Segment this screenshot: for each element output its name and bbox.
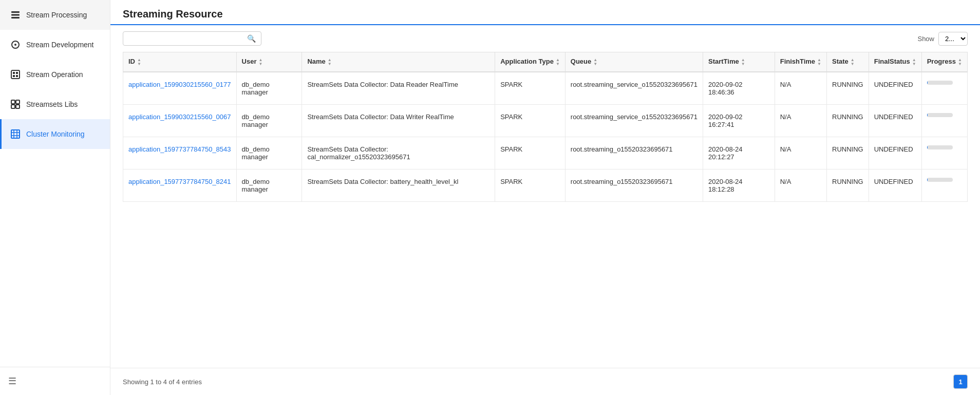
table-row: application_1599030215560_0177db_demo ma… <box>123 72 968 105</box>
cell-id[interactable]: application_1597737784750_8241 <box>123 169 237 201</box>
sort-user[interactable]: ▲▼ <box>258 58 262 66</box>
svg-rect-9 <box>16 75 18 77</box>
progress-bar <box>927 81 953 85</box>
app-id-link[interactable]: application_1599030215560_0177 <box>128 81 231 88</box>
cell-start_time: 2020-09-02 16:27:41 <box>703 104 775 137</box>
col-header-user[interactable]: User▲▼ <box>236 52 302 72</box>
cell-final_status: UNDEFINED <box>869 137 921 169</box>
svg-rect-7 <box>16 72 18 74</box>
table-row: application_1599030215560_0067db_demo ma… <box>123 104 968 137</box>
cell-finish_time: N/A <box>775 169 826 201</box>
col-header-final_status[interactable]: FinalStatus▲▼ <box>869 52 921 72</box>
svg-rect-8 <box>13 75 15 77</box>
cell-finish_time: N/A <box>775 72 826 105</box>
progress-bar <box>927 113 953 117</box>
cell-id[interactable]: application_1599030215560_0067 <box>123 104 237 137</box>
cell-name: StreamSets Data Collector: battery_healt… <box>302 169 495 201</box>
show-label: Show <box>917 35 934 43</box>
col-header-app_type[interactable]: Application Type▲▼ <box>495 52 566 72</box>
sort-name[interactable]: ▲▼ <box>328 58 332 66</box>
col-header-id[interactable]: ID▲▼ <box>123 52 237 72</box>
cell-name: StreamSets Data Collector: cal_normalize… <box>302 137 495 169</box>
cell-finish_time: N/A <box>775 137 826 169</box>
sort-app_type[interactable]: ▲▼ <box>556 58 560 66</box>
sort-state[interactable]: ▲▼ <box>851 58 855 66</box>
sort-finish_time[interactable]: ▲▼ <box>817 58 821 66</box>
cell-id[interactable]: application_1597737784750_8543 <box>123 137 237 169</box>
toolbar: 🔍 Show 2... 10 25 50 <box>110 25 980 52</box>
sidebar-item-cluster-monitoring[interactable]: Cluster Monitoring <box>0 119 110 149</box>
show-control: Show 2... 10 25 50 <box>917 32 968 46</box>
progress-bar-cell <box>927 145 962 149</box>
cell-user: db_demo manager <box>236 137 302 169</box>
cell-queue: root.streaming_service_o15520323695671 <box>565 104 703 137</box>
cell-start_time: 2020-08-24 18:12:28 <box>703 169 775 201</box>
cell-user: db_demo manager <box>236 72 302 105</box>
stream-operation-icon <box>10 69 21 80</box>
app-id-link[interactable]: application_1597737784750_8241 <box>128 178 231 185</box>
menu-icon[interactable]: ☰ <box>8 376 16 386</box>
cell-id[interactable]: application_1599030215560_0177 <box>123 72 237 105</box>
sort-queue[interactable]: ▲▼ <box>593 58 597 66</box>
table-container: ID▲▼User▲▼Name▲▼Application Type▲▼Queue▲… <box>110 52 980 368</box>
cell-app_type: SPARK <box>495 104 566 137</box>
cell-state: RUNNING <box>827 169 869 201</box>
sidebar: Stream Processing Stream Development Str… <box>0 0 110 395</box>
progress-bar-cell <box>927 178 962 182</box>
svg-rect-12 <box>11 105 15 108</box>
sidebar-item-stream-operation[interactable]: Stream Operation <box>0 60 110 89</box>
search-input[interactable] <box>128 35 247 43</box>
progress-fill <box>927 81 928 85</box>
svg-rect-1 <box>11 14 20 16</box>
cell-progress <box>921 137 967 169</box>
search-icon: 🔍 <box>247 34 256 43</box>
table-row: application_1597737784750_8241db_demo ma… <box>123 169 968 201</box>
sort-final_status[interactable]: ▲▼ <box>912 58 916 66</box>
cell-queue: root.streaming_service_o15520323695671 <box>565 72 703 105</box>
svg-rect-14 <box>11 130 20 138</box>
cell-state: RUNNING <box>827 104 869 137</box>
col-header-finish_time[interactable]: FinishTime▲▼ <box>775 52 826 72</box>
sort-start_time[interactable]: ▲▼ <box>741 58 745 66</box>
stream-development-icon <box>10 39 21 50</box>
sidebar-item-stream-processing[interactable]: Stream Processing <box>0 0 110 30</box>
show-select[interactable]: 2... 10 25 50 <box>938 32 968 46</box>
progress-bar <box>927 145 953 149</box>
cell-final_status: UNDEFINED <box>869 169 921 201</box>
page-title: Streaming Resource <box>123 8 968 20</box>
cell-user: db_demo manager <box>236 104 302 137</box>
cell-final_status: UNDEFINED <box>869 72 921 105</box>
sidebar-item-stream-development[interactable]: Stream Development <box>0 30 110 60</box>
sidebar-label: Stream Processing <box>26 11 87 19</box>
cell-progress <box>921 169 967 201</box>
progress-fill <box>927 178 928 182</box>
col-header-state[interactable]: State▲▼ <box>827 52 869 72</box>
cell-finish_time: N/A <box>775 104 826 137</box>
cluster-monitoring-icon <box>10 128 21 140</box>
col-header-start_time[interactable]: StartTime▲▼ <box>703 52 775 72</box>
app-id-link[interactable]: application_1599030215560_0067 <box>128 113 231 121</box>
progress-fill <box>927 145 928 149</box>
page-1-button[interactable]: 1 <box>953 374 968 389</box>
progress-bar-cell <box>927 113 962 117</box>
sort-id[interactable]: ▲▼ <box>137 58 141 66</box>
svg-rect-11 <box>16 100 20 104</box>
cell-app_type: SPARK <box>495 137 566 169</box>
cell-state: RUNNING <box>827 137 869 169</box>
col-header-progress[interactable]: Progress▲▼ <box>921 52 967 72</box>
cell-queue: root.streaming_o15520323695671 <box>565 169 703 201</box>
table-footer: Showing 1 to 4 of 4 entries 1 <box>110 368 980 395</box>
progress-bar-cell <box>927 81 962 85</box>
cell-state: RUNNING <box>827 72 869 105</box>
main-header: Streaming Resource <box>110 0 980 25</box>
app-id-link[interactable]: application_1597737784750_8543 <box>128 145 231 153</box>
col-header-name[interactable]: Name▲▼ <box>302 52 495 72</box>
cell-start_time: 2020-09-02 18:46:36 <box>703 72 775 105</box>
sidebar-item-streamsets-libs[interactable]: Streamsets Libs <box>0 89 110 119</box>
stream-processing-icon <box>10 9 21 21</box>
cell-app_type: SPARK <box>495 169 566 201</box>
sort-progress[interactable]: ▲▼ <box>958 58 962 66</box>
svg-rect-13 <box>16 105 20 108</box>
search-box[interactable]: 🔍 <box>123 31 261 46</box>
col-header-queue[interactable]: Queue▲▼ <box>565 52 703 72</box>
